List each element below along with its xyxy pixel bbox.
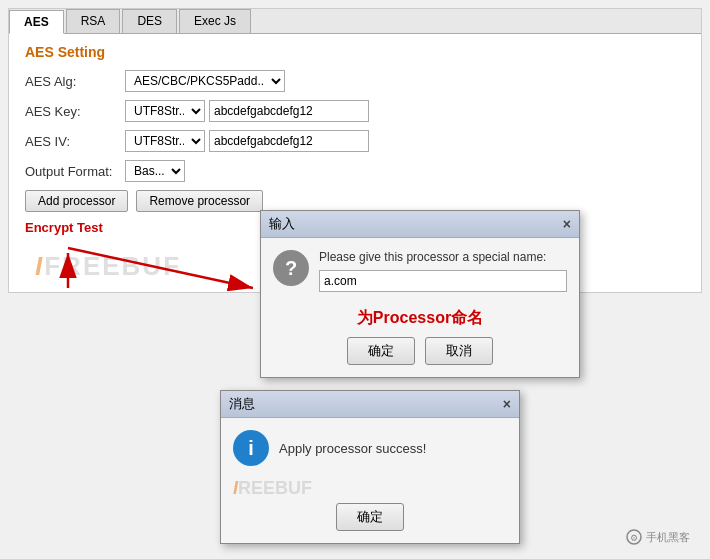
output-row: Output Format: Bas... (25, 160, 685, 182)
tab-bar: AES RSA DES Exec Js (9, 9, 701, 34)
key-label: AES Key: (25, 104, 125, 119)
success-dialog-buttons: 确定 (221, 503, 519, 543)
tab-aes[interactable]: AES (9, 10, 64, 34)
iv-input[interactable] (209, 130, 369, 152)
output-label: Output Format: (25, 164, 125, 179)
alg-label: AES Alg: (25, 74, 125, 89)
tab-des[interactable]: DES (122, 9, 177, 33)
mobile-label: 手机黑客 (646, 530, 690, 545)
success-dialog-close-button[interactable]: × (503, 396, 511, 412)
key-encoding-select[interactable]: UTF8Str.... (125, 100, 205, 122)
success-dialog-title: 消息 (229, 395, 255, 413)
input-dialog-close-button[interactable]: × (563, 216, 571, 232)
input-dialog-body: ? Please give this processor a special n… (261, 238, 579, 304)
input-dialog: 输入 × ? Please give this processor a spec… (260, 210, 580, 378)
success-message: Apply processor success! (279, 441, 426, 456)
iv-row: AES IV: UTF8Str.... (25, 130, 685, 152)
info-icon: i (233, 430, 269, 466)
tab-execjs[interactable]: Exec Js (179, 9, 251, 33)
success-dialog-body: i Apply processor success! (221, 418, 519, 478)
iv-encoding-select[interactable]: UTF8Str.... (125, 130, 205, 152)
input-dialog-title: 输入 (269, 215, 295, 233)
alg-row: AES Alg: AES/CBC/PKCS5Padd.... (25, 70, 685, 92)
processor-name-input[interactable] (319, 270, 567, 292)
key-control: UTF8Str.... (125, 100, 369, 122)
key-row: AES Key: UTF8Str.... (25, 100, 685, 122)
mobile-icon: ⚙ (626, 529, 642, 545)
input-dialog-confirm-button[interactable]: 确定 (347, 337, 415, 365)
iv-label: AES IV: (25, 134, 125, 149)
processor-annotation: 为Processor命名 (261, 304, 579, 337)
tab-rsa[interactable]: RSA (66, 9, 121, 33)
output-control: Bas... (125, 160, 185, 182)
output-select[interactable]: Bas... (125, 160, 185, 182)
svg-text:⚙: ⚙ (630, 533, 638, 543)
button-row: Add processor Remove processor (25, 190, 685, 212)
mobile-logo: ⚙ 手机黑客 (626, 529, 690, 545)
input-dialog-titlebar: 输入 × (261, 211, 579, 238)
question-icon: ? (273, 250, 309, 286)
watermark-i: I (35, 251, 44, 281)
input-dialog-buttons: 确定 取消 (261, 337, 579, 377)
success-dialog: 消息 × i Apply processor success! IREEBUF … (220, 390, 520, 544)
iv-control: UTF8Str.... (125, 130, 369, 152)
key-input[interactable] (209, 100, 369, 122)
alg-control: AES/CBC/PKCS5Padd.... (125, 70, 285, 92)
success-dialog-titlebar: 消息 × (221, 391, 519, 418)
success-watermark: IREEBUF (221, 478, 519, 503)
add-processor-button[interactable]: Add processor (25, 190, 128, 212)
input-dialog-message: Please give this processor a special nam… (319, 250, 567, 264)
alg-select[interactable]: AES/CBC/PKCS5Padd.... (125, 70, 285, 92)
input-dialog-content: Please give this processor a special nam… (319, 250, 567, 292)
success-dialog-confirm-button[interactable]: 确定 (336, 503, 404, 531)
remove-processor-button[interactable]: Remove processor (136, 190, 263, 212)
input-dialog-cancel-button[interactable]: 取消 (425, 337, 493, 365)
section-title: AES Setting (25, 44, 685, 60)
